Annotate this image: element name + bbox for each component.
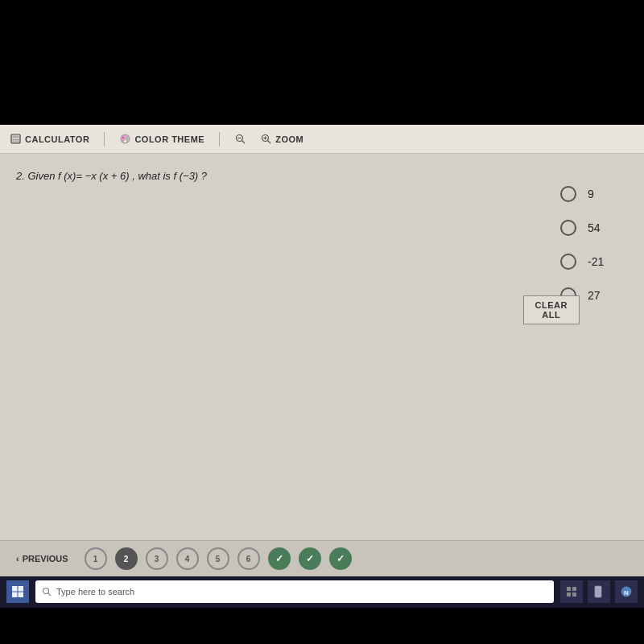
answer-option-2[interactable]: 54 (560, 220, 612, 236)
answer-label-2: 54 (588, 221, 612, 234)
chevron-left-icon: ‹ (16, 554, 19, 564)
color-theme-button[interactable]: COLOR THEME (119, 134, 204, 145)
taskbar-app-2[interactable] (588, 580, 610, 603)
bottom-navigation: ‹ PREVIOUS 1 2 3 4 5 6 ✓ ✓ ✓ (0, 540, 644, 576)
taskbar-app-3[interactable]: N (615, 580, 638, 603)
svg-point-12 (123, 140, 126, 143)
svg-rect-2 (12, 139, 14, 141)
color-theme-label: COLOR THEME (134, 134, 204, 144)
page-nav-5[interactable]: 5 (207, 547, 229, 570)
svg-rect-4 (17, 139, 19, 141)
zoom-in-icon (260, 134, 271, 145)
page-nav-3[interactable]: 3 (146, 547, 168, 570)
previous-button[interactable]: ‹ PREVIOUS (16, 554, 68, 564)
answer-option-1[interactable]: 9 (560, 186, 612, 202)
zoom-out-icon (234, 134, 246, 145)
toolbar: CALCULATOR COLOR THEME (0, 125, 644, 154)
page-nav-6[interactable]: 6 (237, 547, 260, 570)
svg-rect-23 (19, 592, 24, 598)
taskbar-system-icons: N (560, 580, 638, 603)
calculator-icon (10, 134, 21, 145)
question-content: 2. Given f (x)= −x (x + 6) , what is f (… (0, 154, 644, 540)
page-nav-9[interactable]: ✓ (329, 547, 352, 570)
svg-line-15 (242, 141, 245, 144)
app-icon: N (620, 585, 633, 598)
grid-icon (565, 585, 578, 598)
zoom-in-button[interactable]: ZOOM (260, 134, 303, 145)
question-text: 2. Given f (x)= −x (x + 6) , what is f (… (16, 170, 207, 182)
svg-line-19 (267, 141, 270, 144)
svg-rect-20 (12, 586, 18, 592)
svg-rect-29 (572, 592, 576, 597)
svg-rect-7 (17, 142, 19, 143)
calculator-label: CALCULATOR (25, 134, 89, 144)
svg-rect-26 (567, 587, 571, 591)
answer-option-3[interactable]: -21 (560, 254, 612, 270)
svg-point-10 (125, 136, 126, 138)
zoom-out-button[interactable] (234, 134, 246, 145)
file-icon (592, 585, 605, 598)
top-black-area (0, 0, 644, 125)
page-nav-2[interactable]: 2 (115, 547, 138, 570)
svg-point-24 (43, 588, 49, 594)
start-button[interactable] (6, 580, 29, 603)
svg-rect-22 (12, 592, 18, 598)
checkmark-9: ✓ (336, 553, 345, 564)
toolbar-divider-2 (219, 132, 220, 147)
radio-circle-1[interactable] (560, 186, 576, 202)
svg-rect-1 (12, 136, 19, 138)
previous-label: PREVIOUS (23, 554, 68, 564)
clear-all-button[interactable]: CLEAR ALL (523, 295, 580, 324)
question-area: 2. Given f (x)= −x (x + 6) , what is f (… (0, 154, 644, 191)
taskbar-search-text: Type here to search (56, 587, 134, 597)
svg-point-9 (122, 137, 124, 138)
svg-text:N: N (624, 589, 629, 597)
checkmark-7: ✓ (275, 553, 283, 564)
answer-label-3: -21 (588, 255, 612, 268)
svg-rect-6 (14, 142, 16, 143)
taskbar-app-1[interactable] (560, 580, 583, 603)
toolbar-divider-1 (104, 132, 105, 147)
taskbar: Type here to search N (0, 576, 644, 608)
svg-point-11 (126, 138, 128, 140)
zoom-label: ZOOM (275, 134, 303, 144)
page-nav-8[interactable]: ✓ (299, 547, 321, 570)
search-icon (42, 587, 52, 597)
page-nav-7[interactable]: ✓ (268, 547, 291, 570)
windows-icon (11, 585, 24, 598)
svg-rect-3 (14, 139, 16, 141)
radio-circle-2[interactable] (560, 220, 576, 236)
page-nav-4[interactable]: 4 (176, 547, 199, 570)
svg-rect-27 (572, 587, 576, 591)
svg-rect-5 (12, 142, 14, 143)
checkmark-8: ✓ (306, 553, 314, 564)
page-nav-1[interactable]: 1 (85, 547, 107, 570)
radio-circle-3[interactable] (560, 254, 576, 270)
answer-label-4: 27 (588, 289, 612, 302)
svg-rect-28 (567, 592, 571, 597)
calculator-button[interactable]: CALCULATOR (10, 134, 89, 145)
palette-icon (119, 134, 130, 145)
answer-section: 9 54 -21 27 CLEAR ALL (560, 186, 612, 324)
svg-rect-21 (19, 586, 24, 592)
main-content-area: CALCULATOR COLOR THEME (0, 125, 644, 576)
svg-line-25 (48, 593, 52, 597)
taskbar-search-box[interactable]: Type here to search (35, 580, 554, 603)
answer-label-1: 9 (588, 188, 612, 200)
